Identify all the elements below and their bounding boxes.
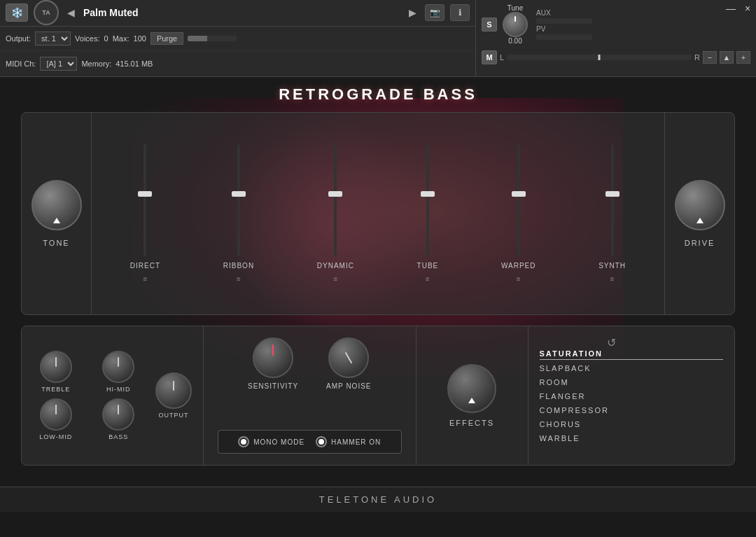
eq-knob-low-mid[interactable] xyxy=(40,398,72,431)
main-title: RETROGRADE BASS xyxy=(0,77,756,109)
voices-value: 0 xyxy=(104,34,108,43)
eq-knob-wrap-output: OUTPUT xyxy=(155,372,192,419)
m-button[interactable]: M xyxy=(482,50,497,64)
fader-thumb-tube[interactable] xyxy=(421,191,435,197)
output-select[interactable]: st. 1 xyxy=(35,32,71,46)
minimize-button[interactable]: — xyxy=(722,0,739,17)
close-button[interactable]: × xyxy=(739,0,756,17)
fader-thumb-warped[interactable] xyxy=(512,191,526,197)
fader-track-dynamic[interactable] xyxy=(334,144,337,256)
preset-row: ❄️ TA ◀ Palm Muted ▶ 📷 ℹ xyxy=(0,0,475,27)
sensitivity-knob[interactable] xyxy=(253,337,293,378)
aux-section: AUX PV xyxy=(536,9,592,40)
tune-value: 0.00 xyxy=(508,37,522,45)
fader-track-direct[interactable] xyxy=(144,144,146,256)
drive-knob[interactable] xyxy=(675,180,725,230)
effects-label: EFFECTS xyxy=(449,419,494,427)
eq-knob-wrap-hi-mid: HI-MID xyxy=(90,351,148,393)
fader-thumb-ribbon[interactable] xyxy=(232,191,246,197)
eq-knob-bass[interactable] xyxy=(102,398,134,431)
tone-label: TONE xyxy=(43,239,69,247)
sensitivity-label: SENSITIVITY xyxy=(248,382,298,390)
undo-button[interactable]: ↺ xyxy=(607,336,616,349)
eq-label-treble: TREBLE xyxy=(41,386,70,393)
fx-item-room[interactable]: ROOM xyxy=(540,377,724,388)
preset-name: Palm Muted xyxy=(83,7,400,18)
eq-knob-hi-mid[interactable] xyxy=(102,351,134,383)
footer-label: TELETONE AUDIO xyxy=(319,494,437,505)
output-label: Output: xyxy=(6,34,31,43)
fader-menu-ribbon[interactable]: ≡ xyxy=(237,275,241,283)
snowflake-button[interactable]: ❄️ xyxy=(6,4,28,22)
preset-next-button[interactable]: ▶ xyxy=(406,6,419,20)
fx-item-warble[interactable]: WARBLE xyxy=(540,433,724,444)
eq-label-low-mid: LOW-MID xyxy=(39,433,72,440)
eq-label-bass: BASS xyxy=(108,433,128,440)
vol-minus-button[interactable]: − xyxy=(703,51,717,64)
mono-mode-radio[interactable]: MONO MODE xyxy=(238,436,304,447)
fader-label-direct: DIRECT xyxy=(130,262,160,270)
fader-menu-direct[interactable]: ≡ xyxy=(144,275,148,283)
fader-col-direct: DIRECT≡ xyxy=(130,144,160,283)
fader-menu-tube[interactable]: ≡ xyxy=(426,275,430,283)
r-label: R xyxy=(694,53,700,62)
camera-button[interactable]: 📷 xyxy=(425,4,444,21)
aux-slider[interactable] xyxy=(536,18,592,24)
fader-track-ribbon[interactable] xyxy=(237,144,240,256)
midi-row: MIDI Ch: [A] 1 Memory: 415.01 MB xyxy=(0,51,475,76)
memory-value: 415.01 MB xyxy=(115,60,153,68)
l-label: L xyxy=(500,53,504,62)
eq-knob-wrap-bass: BASS xyxy=(90,398,148,440)
effects-knob[interactable] xyxy=(447,364,496,413)
fader-col-warped: WARPED≡ xyxy=(501,144,536,283)
s-button[interactable]: S xyxy=(482,18,497,32)
fx-item-chorus[interactable]: CHORUS xyxy=(540,419,724,430)
info-button[interactable]: ℹ xyxy=(450,4,470,21)
fx-item-slapback[interactable]: SLAPBACK xyxy=(540,363,724,374)
hammer-on-radio[interactable]: HAMMER ON xyxy=(316,436,381,447)
vol-triangle-button[interactable]: ▲ xyxy=(720,51,734,64)
fader-label-tube: TUBE xyxy=(417,262,439,270)
fader-label-ribbon: RIBBON xyxy=(223,262,254,270)
fader-thumb-dynamic[interactable] xyxy=(328,191,342,197)
midi-select[interactable]: [A] 1 xyxy=(40,57,77,71)
preset-prev-button[interactable]: ◀ xyxy=(64,6,78,20)
amp-noise-wrap: AMP NOISE xyxy=(326,337,371,390)
fx-item-compressor[interactable]: COMPRESSOR xyxy=(540,405,724,416)
top-left-panel: ❄️ TA ◀ Palm Muted ▶ 📷 ℹ Output: st. 1 V… xyxy=(0,0,476,76)
ta-logo: TA xyxy=(34,0,59,25)
top-bar: ❄️ TA ◀ Palm Muted ▶ 📷 ℹ Output: st. 1 V… xyxy=(0,0,756,77)
footer: TELETONE AUDIO xyxy=(0,487,756,512)
pv-slider[interactable] xyxy=(536,34,592,40)
fader-track-warped[interactable] xyxy=(517,144,520,256)
max-value: 100 xyxy=(134,34,146,43)
hammer-on-circle xyxy=(316,436,327,447)
mono-mode-label: MONO MODE xyxy=(253,438,304,446)
purge-button[interactable]: Purge xyxy=(150,32,183,45)
vol-plus-button[interactable]: + xyxy=(736,51,750,64)
fader-track-tube[interactable] xyxy=(426,144,429,256)
fader-track-synth[interactable] xyxy=(611,144,614,256)
tune-knob[interactable] xyxy=(503,12,528,37)
fx-item-flanger[interactable]: FLANGER xyxy=(540,391,724,402)
eq-knob-treble[interactable] xyxy=(40,351,72,383)
fader-thumb-synth[interactable] xyxy=(606,191,620,197)
fx-item-saturation[interactable]: SATURATION xyxy=(540,348,724,360)
amp-noise-knob[interactable] xyxy=(328,337,369,378)
middle-section: SENSITIVITY AMP NOISE MONO MODE HAMMER O… xyxy=(204,326,416,465)
drive-label: DRIVE xyxy=(685,239,715,247)
tone-knob[interactable] xyxy=(31,180,82,230)
mono-hammer-row: MONO MODE HAMMER ON xyxy=(218,430,402,454)
fader-menu-dynamic[interactable]: ≡ xyxy=(333,275,337,283)
fader-menu-warped[interactable]: ≡ xyxy=(517,275,521,283)
eq-knob-output[interactable] xyxy=(155,372,192,409)
fx-list-section: SATURATIONSLAPBACKROOMFLANGERCOMPRESSORC… xyxy=(528,326,735,465)
pan-slider[interactable] xyxy=(507,55,692,60)
fader-col-dynamic: DYNAMIC≡ xyxy=(317,144,354,283)
fader-thumb-direct[interactable] xyxy=(138,191,152,197)
pv-label: PV xyxy=(536,25,592,33)
drive-section: DRIVE xyxy=(664,113,734,314)
fader-col-synth: SYNTH≡ xyxy=(598,144,626,283)
sensitivity-wrap: SENSITIVITY xyxy=(248,337,298,390)
fader-menu-synth[interactable]: ≡ xyxy=(610,275,615,283)
